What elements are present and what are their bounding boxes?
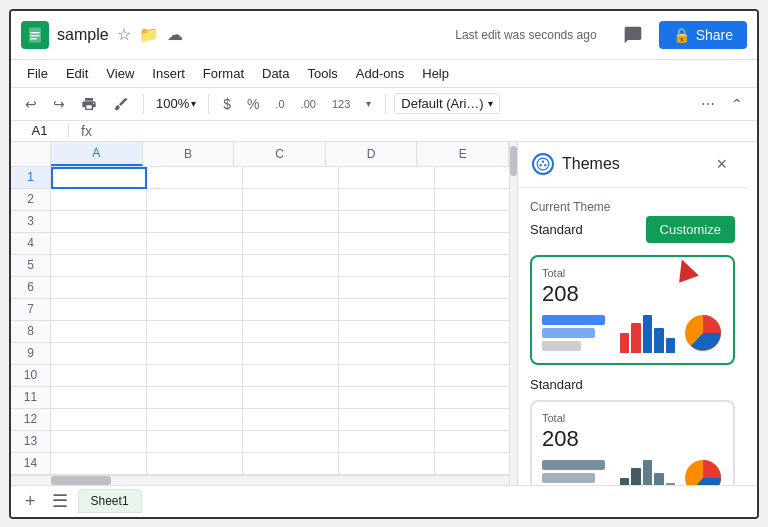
cell-E8[interactable] (435, 321, 509, 343)
cell-C11[interactable] (243, 387, 339, 409)
col-header-d[interactable]: D (326, 142, 418, 166)
cell-A8[interactable] (51, 321, 147, 343)
cell-E6[interactable] (435, 277, 509, 299)
theme-card-standard[interactable]: Total 208 (530, 400, 735, 485)
horizontal-scrollbar-thumb[interactable] (51, 476, 111, 485)
cell-D5[interactable] (339, 255, 435, 277)
cell-B4[interactable] (147, 233, 243, 255)
menu-view[interactable]: View (98, 62, 142, 85)
cell-C9[interactable] (243, 343, 339, 365)
cell-D10[interactable] (339, 365, 435, 387)
cell-D4[interactable] (339, 233, 435, 255)
row-number-2[interactable]: 2 (11, 189, 51, 210)
cell-A11[interactable] (51, 387, 147, 409)
cell-B13[interactable] (147, 431, 243, 453)
percent-button[interactable]: % (241, 92, 265, 116)
cell-A12[interactable] (51, 409, 147, 431)
row-number-11[interactable]: 11 (11, 387, 51, 408)
cell-D13[interactable] (339, 431, 435, 453)
number-format-chevron[interactable]: ▾ (360, 94, 377, 113)
number-format-button[interactable]: 123 (326, 94, 356, 114)
cell-C10[interactable] (243, 365, 339, 387)
cell-D8[interactable] (339, 321, 435, 343)
menu-format[interactable]: Format (195, 62, 252, 85)
cell-E13[interactable] (435, 431, 509, 453)
cell-D14[interactable] (339, 453, 435, 475)
cell-A3[interactable] (51, 211, 147, 233)
cell-A1[interactable] (51, 167, 147, 189)
horizontal-scrollbar[interactable] (11, 475, 509, 485)
cell-reference[interactable]: A1 (19, 123, 69, 138)
cell-E9[interactable] (435, 343, 509, 365)
cell-D9[interactable] (339, 343, 435, 365)
cell-C6[interactable] (243, 277, 339, 299)
cell-E7[interactable] (435, 299, 509, 321)
theme-card-selected[interactable]: ▲ Total 208 (530, 255, 735, 365)
customize-button[interactable]: Customize (646, 216, 735, 243)
cell-D7[interactable] (339, 299, 435, 321)
vertical-scrollbar-thumb[interactable] (510, 146, 517, 176)
cell-B7[interactable] (147, 299, 243, 321)
row-number-5[interactable]: 5 (11, 255, 51, 276)
cell-D12[interactable] (339, 409, 435, 431)
cloud-icon[interactable]: ☁ (167, 25, 183, 44)
cell-A6[interactable] (51, 277, 147, 299)
zoom-control[interactable]: 100% ▾ (152, 94, 200, 113)
comments-button[interactable] (615, 17, 651, 53)
collapse-toolbar-button[interactable]: ⌃ (725, 92, 749, 116)
row-number-6[interactable]: 6 (11, 277, 51, 298)
row-number-12[interactable]: 12 (11, 409, 51, 430)
row-number-7[interactable]: 7 (11, 299, 51, 320)
cell-B9[interactable] (147, 343, 243, 365)
cell-B3[interactable] (147, 211, 243, 233)
cell-E12[interactable] (435, 409, 509, 431)
folder-icon[interactable]: 📁 (139, 25, 159, 44)
cell-C14[interactable] (243, 453, 339, 475)
cell-E5[interactable] (435, 255, 509, 277)
cell-C8[interactable] (243, 321, 339, 343)
cell-B8[interactable] (147, 321, 243, 343)
cell-C7[interactable] (243, 299, 339, 321)
cell-B12[interactable] (147, 409, 243, 431)
menu-insert[interactable]: Insert (144, 62, 193, 85)
cell-E1[interactable] (435, 167, 509, 189)
row-number-9[interactable]: 9 (11, 343, 51, 364)
formula-input[interactable] (104, 123, 749, 138)
menu-file[interactable]: File (19, 62, 56, 85)
cell-B14[interactable] (147, 453, 243, 475)
cell-D2[interactable] (339, 189, 435, 211)
add-sheet-button[interactable]: + (19, 489, 42, 514)
cell-A7[interactable] (51, 299, 147, 321)
redo-button[interactable]: ↪ (47, 92, 71, 116)
col-header-c[interactable]: C (234, 142, 326, 166)
cell-D3[interactable] (339, 211, 435, 233)
row-number-4[interactable]: 4 (11, 233, 51, 254)
cell-E14[interactable] (435, 453, 509, 475)
cell-B10[interactable] (147, 365, 243, 387)
menu-data[interactable]: Data (254, 62, 297, 85)
cell-E10[interactable] (435, 365, 509, 387)
vertical-scrollbar[interactable] (509, 142, 517, 485)
cell-A2[interactable] (51, 189, 147, 211)
row-number-14[interactable]: 14 (11, 453, 51, 474)
cell-C2[interactable] (243, 189, 339, 211)
cell-A9[interactable] (51, 343, 147, 365)
menu-edit[interactable]: Edit (58, 62, 96, 85)
currency-button[interactable]: $ (217, 92, 237, 116)
decimal-increase-button[interactable]: .00 (295, 94, 322, 114)
cell-B5[interactable] (147, 255, 243, 277)
row-number-13[interactable]: 13 (11, 431, 51, 452)
row-number-3[interactable]: 3 (11, 211, 51, 232)
cell-B6[interactable] (147, 277, 243, 299)
row-number-10[interactable]: 10 (11, 365, 51, 386)
cell-C3[interactable] (243, 211, 339, 233)
font-family-dropdown[interactable]: Default (Ari…) ▾ (394, 93, 499, 114)
cell-C12[interactable] (243, 409, 339, 431)
row-number-1[interactable]: 1 (11, 167, 51, 188)
menu-tools[interactable]: Tools (299, 62, 345, 85)
cell-C13[interactable] (243, 431, 339, 453)
decimal-decrease-button[interactable]: .0 (270, 94, 291, 114)
cell-A14[interactable] (51, 453, 147, 475)
cell-E2[interactable] (435, 189, 509, 211)
cell-A5[interactable] (51, 255, 147, 277)
